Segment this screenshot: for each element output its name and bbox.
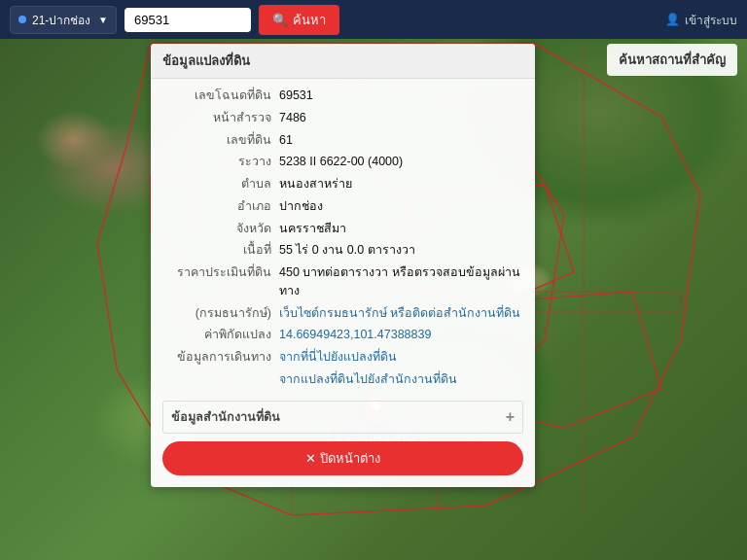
panel-title: ข้อมูลแปลงที่ดิน bbox=[151, 44, 535, 79]
info-row-price1: ราคาประเมินที่ดิน 450 บาทต่อตารางวา หรือ… bbox=[162, 262, 523, 302]
search-panel-title: ค้นหาสถานที่สำคัญ bbox=[619, 52, 726, 67]
info-row-nav1: ข้อมูลการเดินทาง จากที่นี่ไปยังแปลงที่ดิ… bbox=[162, 346, 523, 368]
dropdown-chevron: ▼ bbox=[98, 15, 108, 25]
close-btn-label: ✕ ปิดหน้าต่าง bbox=[305, 451, 380, 466]
label-tambon: ตำบล bbox=[162, 175, 279, 193]
sub-section-office: ข้อมูลสำนักงานที่ดิน + bbox=[162, 401, 523, 434]
info-table: เลขโฉนดที่ดิน 69531 หน้าสำรวจ 7486 เลขที… bbox=[151, 79, 535, 397]
info-row-rawang: ระวาง 5238 II 6622-00 (4000) bbox=[162, 151, 523, 173]
value-rawang: 5238 II 6622-00 (4000) bbox=[279, 153, 523, 171]
value-tambon: หนองสาหร่าย bbox=[279, 175, 523, 193]
value-area: 55 ไร่ 0 งาน 0.0 ตารางวา bbox=[279, 241, 523, 260]
info-row-treasury: (กรมธนารักษ์) เว็บไซต์กรมธนารักษ์ หรือติ… bbox=[162, 302, 523, 325]
label-amphoe: อำเภอ bbox=[162, 197, 279, 216]
value-survey: 7486 bbox=[279, 109, 523, 127]
info-row-survey: หน้าสำรวจ 7486 bbox=[162, 107, 523, 129]
search-button[interactable]: 🔍 ค้นหา bbox=[259, 5, 339, 35]
label-survey: หน้าสำรวจ bbox=[162, 109, 279, 127]
close-button[interactable]: ✕ ปิดหน้าต่าง bbox=[162, 441, 523, 475]
label-nav: ข้อมูลการเดินทาง bbox=[162, 348, 279, 367]
info-panel: ข้อมูลแปลงที่ดิน เลขโฉนดที่ดิน 69531 หน้… bbox=[151, 44, 535, 487]
login-button[interactable]: 👤 เข้าสู่ระบบ bbox=[665, 11, 737, 29]
label-parcelno: เลขที่ดิน bbox=[162, 131, 279, 150]
info-row-chanod: เลขโฉนดที่ดิน 69531 bbox=[162, 85, 523, 107]
label-price: ราคาประเมินที่ดิน bbox=[162, 263, 279, 300]
value-coords[interactable]: 14.66949423,101.47388839 bbox=[279, 326, 523, 344]
search-btn-label: ค้นหา bbox=[293, 10, 326, 30]
sub-section-title: ข้อมูลสำนักงานที่ดิน bbox=[171, 407, 280, 427]
info-row-area: เนื้อที่ 55 ไร่ 0 งาน 0.0 ตารางวา bbox=[162, 239, 523, 262]
dropdown-label: 21-ปากช่อง bbox=[32, 11, 90, 29]
value-treasury[interactable]: เว็บไซต์กรมธนารักษ์ หรือติดต่อสำนักงานที… bbox=[279, 304, 523, 323]
info-row-tambon: ตำบล หนองสาหร่าย bbox=[162, 173, 523, 195]
label-rawang: ระวาง bbox=[162, 153, 279, 171]
label-coords: ค่าพิกัดแปลง bbox=[162, 326, 279, 344]
info-row-province: จังหวัด นครราชสีมา bbox=[162, 218, 523, 240]
info-row-parcelno: เลขที่ดิน 61 bbox=[162, 129, 523, 152]
province-dropdown[interactable]: 21-ปากช่อง ▼ bbox=[10, 6, 117, 34]
value-chanod: 69531 bbox=[279, 87, 523, 105]
info-row-amphoe: อำเภอ ปากช่อง bbox=[162, 195, 523, 218]
label-treasury: (กรมธนารักษ์) bbox=[162, 304, 279, 323]
info-row-nav2: จากแปลงที่ดินไปยังสำนักงานที่ดิน bbox=[162, 368, 523, 391]
label-area: เนื้อที่ bbox=[162, 241, 279, 260]
navbar: 21-ปากช่อง ▼ 🔍 ค้นหา 👤 เข้าสู่ระบบ bbox=[0, 0, 747, 39]
value-nav2[interactable]: จากแปลงที่ดินไปยังสำนักงานที่ดิน bbox=[279, 370, 523, 389]
value-amphoe: ปากช่อง bbox=[279, 197, 523, 216]
search-input[interactable] bbox=[124, 8, 251, 32]
dropdown-dot bbox=[18, 16, 26, 23]
search-panel: ค้นหาสถานที่สำคัญ bbox=[607, 44, 737, 76]
value-province: นครราชสีมา bbox=[279, 220, 523, 238]
expand-button[interactable]: + bbox=[506, 409, 515, 425]
label-nav2 bbox=[162, 370, 279, 389]
label-province: จังหวัด bbox=[162, 220, 279, 238]
search-icon: 🔍 bbox=[272, 13, 288, 27]
info-row-coords: ค่าพิกัดแปลง 14.66949423,101.47388839 bbox=[162, 324, 523, 346]
login-label: เข้าสู่ระบบ bbox=[685, 11, 737, 29]
label-chanod: เลขโฉนดที่ดิน bbox=[162, 87, 279, 105]
value-parcelno: 61 bbox=[279, 131, 523, 150]
value-nav1[interactable]: จากที่นี่ไปยังแปลงที่ดิน bbox=[279, 348, 523, 367]
person-icon: 👤 bbox=[665, 13, 680, 26]
value-price1: 450 บาทต่อตารางวา หรือตรวจสอบข้อมูลผ่านท… bbox=[279, 263, 523, 300]
sub-section-header: ข้อมูลสำนักงานที่ดิน + bbox=[171, 407, 515, 427]
